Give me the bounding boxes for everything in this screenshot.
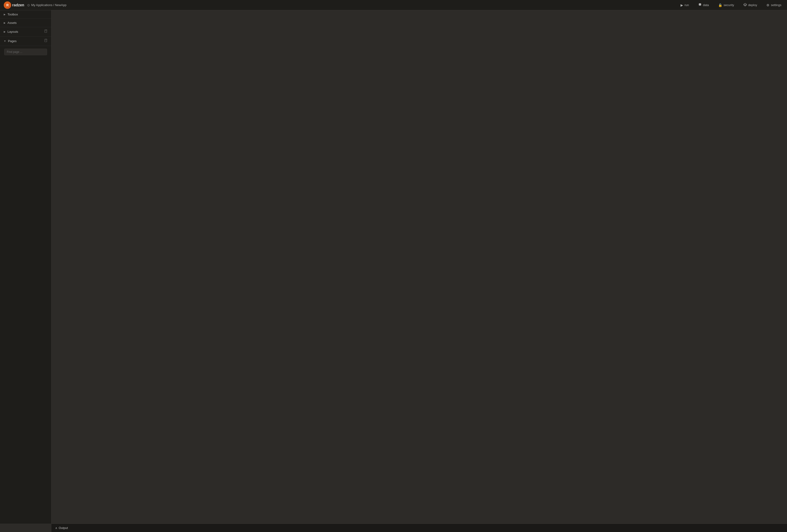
settings-icon: ⚙: [766, 3, 769, 7]
run-icon: ▶: [681, 3, 683, 7]
sidebar-item-layouts-left: ▶ Layouts: [4, 30, 18, 34]
sidebar-item-assets-left: ▶ Assets: [4, 21, 17, 25]
output-label: Output: [59, 526, 68, 530]
deploy-icon: [744, 3, 747, 7]
sidebar-item-toolbox-left: ▶ Toolbox: [4, 13, 18, 16]
svg-rect-2: [45, 30, 47, 33]
logo-letter: R: [6, 3, 9, 7]
output-toggle[interactable]: ∧ Output: [55, 526, 68, 530]
search-input[interactable]: [4, 49, 47, 55]
logo-icon: R: [4, 1, 11, 9]
nav-data-label: data: [703, 3, 709, 7]
sidebar-item-layouts[interactable]: ▶ Layouts: [0, 27, 51, 37]
breadcrumb-icon: ⊙: [27, 3, 30, 7]
nav-settings-label: settings: [771, 3, 781, 7]
layouts-chevron-icon: ▶: [4, 30, 6, 33]
nav-security-label: security: [724, 3, 734, 7]
breadcrumb-path: My Applications / NewApp: [31, 3, 66, 7]
nav-run[interactable]: ▶ run: [679, 2, 691, 8]
sidebar-item-assets[interactable]: ▶ Assets: [0, 19, 51, 27]
assets-chevron-icon: ▶: [4, 22, 6, 24]
nav-deploy-label: deploy: [748, 3, 757, 7]
toolbox-chevron-icon: ▶: [4, 13, 6, 16]
svg-rect-5: [45, 39, 47, 42]
sidebar-pages-label: Pages: [8, 39, 17, 43]
pages-chevron-icon: ▼: [4, 40, 6, 42]
bottom-bar: ∧ Output: [51, 524, 787, 532]
sidebar-assets-label: Assets: [7, 21, 17, 25]
sidebar-item-pages-left: ▼ Pages: [4, 39, 17, 43]
logo-text: radzen: [12, 3, 24, 7]
sidebar-item-toolbox[interactable]: ▶ Toolbox: [0, 10, 51, 19]
sidebar-item-pages[interactable]: ▼ Pages: [0, 37, 51, 46]
nav-data[interactable]: data: [697, 2, 711, 8]
nav-settings[interactable]: ⚙ settings: [765, 2, 783, 8]
topbar: R radzen ⊙ My Applications / NewApp ▶ ru…: [0, 0, 787, 10]
main-container: ▶ Toolbox ▶ Assets ▶ Layouts: [0, 10, 787, 524]
sidebar-toolbox-label: Toolbox: [7, 13, 18, 16]
sidebar: ▶ Toolbox ▶ Assets ▶ Layouts: [0, 10, 51, 524]
sidebar-layouts-label: Layouts: [7, 30, 18, 34]
sidebar-search: [2, 47, 49, 57]
security-icon: 🔒: [718, 3, 722, 7]
nav-deploy[interactable]: deploy: [742, 2, 759, 8]
output-chevron-icon: ∧: [55, 526, 57, 530]
breadcrumb[interactable]: ⊙ My Applications / NewApp: [27, 3, 66, 7]
canvas-area: [51, 10, 787, 524]
logo[interactable]: R radzen: [4, 1, 24, 9]
nav-security[interactable]: 🔒 security: [716, 2, 736, 8]
data-icon: [698, 3, 702, 7]
layouts-add-icon[interactable]: [44, 29, 47, 34]
topbar-nav: ▶ run data 🔒 security: [679, 2, 783, 8]
nav-run-label: run: [684, 3, 689, 7]
pages-add-icon[interactable]: [44, 39, 47, 43]
topbar-left: R radzen ⊙ My Applications / NewApp: [4, 1, 66, 9]
